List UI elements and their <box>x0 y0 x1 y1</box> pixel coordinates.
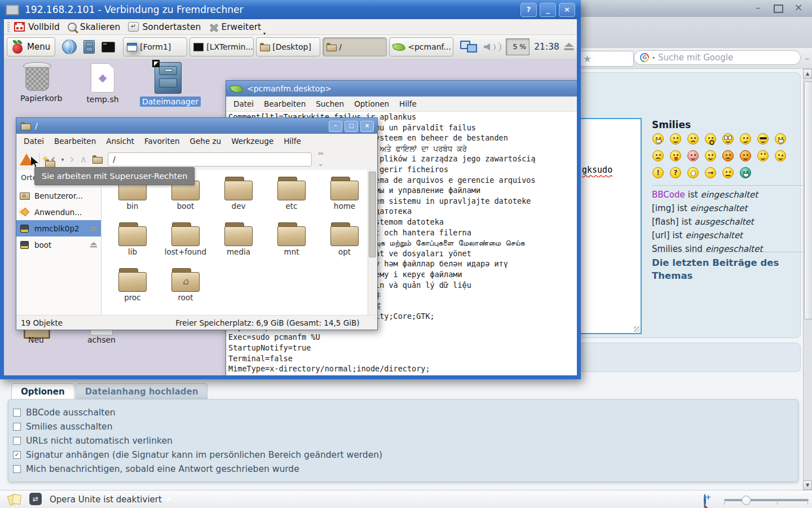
menu-item[interactable]: Ansicht <box>101 137 139 146</box>
smiley-icon[interactable] <box>722 150 734 161</box>
menu-item[interactable]: Favoriten <box>139 137 185 146</box>
forward-button[interactable]: › <box>69 152 74 166</box>
taskbar-window-button[interactable]: [Form1] <box>123 37 187 56</box>
taskbar-window-button[interactable]: [LXTermin... <box>189 37 254 56</box>
browser-restore-button[interactable] <box>768 0 788 17</box>
toolbar-grip[interactable] <box>7 22 10 32</box>
browser-close-button[interactable]: × <box>788 0 809 17</box>
taskbar-window-button[interactable]: / <box>323 37 387 56</box>
smiley-icon[interactable] <box>652 150 664 161</box>
back-history-caret-icon[interactable]: ▾ <box>61 156 64 163</box>
clock[interactable]: 21:38 <box>534 42 559 52</box>
checkbox[interactable] <box>13 451 21 459</box>
menu-item[interactable]: Optionen <box>349 99 394 108</box>
path-input[interactable]: / <box>108 152 312 167</box>
folder-item[interactable]: root <box>159 268 212 314</box>
folder-item[interactable]: lib <box>106 222 159 268</box>
smiley-icon[interactable] <box>687 150 699 161</box>
menu-item[interactable]: Hilfe <box>279 137 306 146</box>
network-tray-icon[interactable] <box>460 40 478 54</box>
smiley-icon[interactable] <box>757 150 769 161</box>
opera-unite-icon[interactable] <box>29 493 42 505</box>
smiley-icon[interactable] <box>670 133 681 144</box>
bookmark-star-icon[interactable]: ★ <box>583 54 592 64</box>
search-engine-dropdown-icon[interactable]: ▾ <box>652 55 655 60</box>
eject-icon[interactable] <box>90 242 97 247</box>
zoom-slider-handle[interactable] <box>742 496 751 505</box>
smiley-icon[interactable]: ? <box>670 167 681 178</box>
menu-item[interactable]: Hilfe <box>394 99 422 108</box>
smiley-icon[interactable] <box>757 133 769 144</box>
smiley-icon[interactable]: → <box>705 167 716 178</box>
smiley-icon[interactable] <box>775 150 786 161</box>
scrollbar-thumb[interactable] <box>804 81 812 319</box>
menu-item[interactable]: Suchen <box>311 99 349 108</box>
fm-maximize-button[interactable]: □ <box>345 121 358 132</box>
textarea-resize-handle[interactable] <box>634 326 640 332</box>
search-input[interactable]: ▾ Suche mit Google <box>634 50 801 65</box>
editor-titlebar[interactable]: <pcmanfm.desktop> <box>226 81 581 97</box>
filemanager-titlebar[interactable]: / – □ × <box>16 118 377 134</box>
vnc-help-button[interactable]: ? <box>520 3 537 17</box>
smiley-icon[interactable] <box>740 150 751 161</box>
smiley-icon[interactable] <box>652 133 664 144</box>
browser-minimize-button[interactable]: – <box>748 0 768 17</box>
folder-item[interactable]: home <box>318 177 371 222</box>
smiley-icon[interactable] <box>687 133 699 144</box>
zoom-icon[interactable] <box>704 494 706 507</box>
taskbar-window-button[interactable]: [Desktop] <box>256 37 320 56</box>
desktop-icon-filemanager[interactable]: Dateimanager <box>140 62 196 107</box>
menu-item[interactable]: Werkzeuge <box>226 137 279 146</box>
folder-item[interactable]: lost+found <box>159 222 212 268</box>
smiley-icon[interactable] <box>740 167 751 178</box>
post-option-row[interactable]: BBCode ausschalten <box>13 405 798 419</box>
smiley-icon[interactable] <box>722 167 734 178</box>
smiley-icon[interactable] <box>775 133 786 144</box>
fm-scrollbar[interactable] <box>368 170 376 315</box>
smiley-icon[interactable]: ! <box>652 167 664 178</box>
panel-toggle-icon[interactable]: – <box>805 54 809 62</box>
eject-tray-icon[interactable] <box>564 43 573 51</box>
vnc-toolbar-button[interactable]: Skalieren <box>68 22 124 32</box>
vnc-toolbar-button[interactable]: Vollbild <box>14 22 63 32</box>
vnc-titlebar[interactable]: 192.168.2.101 - Verbindung zu Fremdrechn… <box>0 0 581 19</box>
eject-icon[interactable] <box>90 225 97 231</box>
terminal-launcher-icon[interactable] <box>102 42 115 52</box>
folder-item[interactable]: etc <box>265 177 318 222</box>
smiley-icon[interactable] <box>740 133 751 144</box>
smiley-icon[interactable] <box>722 133 734 144</box>
google-logo-icon[interactable] <box>640 53 649 62</box>
vnc-toolbar-button[interactable]: Sondertasten <box>128 22 204 32</box>
scroll-up-icon[interactable]: ▲ <box>803 69 812 78</box>
desktop-icon-achsen-label[interactable]: achsen <box>85 335 118 344</box>
folder-item[interactable]: proc <box>106 268 159 314</box>
checkbox[interactable] <box>13 437 21 445</box>
web-browser-launcher-icon[interactable] <box>62 40 77 54</box>
folder-item[interactable]: media <box>212 222 265 268</box>
desktop-icon-neu-label[interactable]: Neu <box>19 335 53 344</box>
jump-to-icon[interactable]: °°⌄ <box>317 151 323 168</box>
folder-item[interactable]: opt <box>318 222 371 268</box>
sidebar-item[interactable]: mmcblk0p2 <box>16 220 101 237</box>
file-manager-launcher-icon[interactable] <box>83 40 95 54</box>
fm-scrollbar-thumb[interactable] <box>369 172 376 257</box>
vnc-close-button[interactable]: × <box>559 3 575 17</box>
home-button[interactable] <box>92 155 102 163</box>
checkbox[interactable] <box>13 423 21 431</box>
desktop-icon-script[interactable]: temp.sh <box>86 63 120 104</box>
vnc-toolbar-button[interactable]: Erweitert <box>209 22 264 32</box>
folder-item[interactable]: mnt <box>265 222 318 268</box>
post-option-row[interactable]: Mich benachrichtigen, sobald eine Antwor… <box>13 462 798 476</box>
volume-tray-icon[interactable] <box>484 43 490 51</box>
smiley-icon[interactable] <box>705 133 716 144</box>
fm-minimize-button[interactable]: – <box>329 121 342 132</box>
post-option-row[interactable]: Signatur anhängen (die Signatur kann im … <box>13 448 798 462</box>
checkbox[interactable] <box>13 409 21 417</box>
smiley-icon[interactable] <box>687 167 699 178</box>
smiley-icon[interactable] <box>705 150 716 161</box>
menu-item[interactable]: Datei <box>228 99 259 108</box>
folder-item[interactable]: dev <box>212 177 265 222</box>
desktop-icon-trash[interactable]: Papierkorb <box>20 62 54 103</box>
menu-item[interactable]: Bearbeiten <box>49 137 101 146</box>
menu-item[interactable]: Datei <box>19 137 49 146</box>
